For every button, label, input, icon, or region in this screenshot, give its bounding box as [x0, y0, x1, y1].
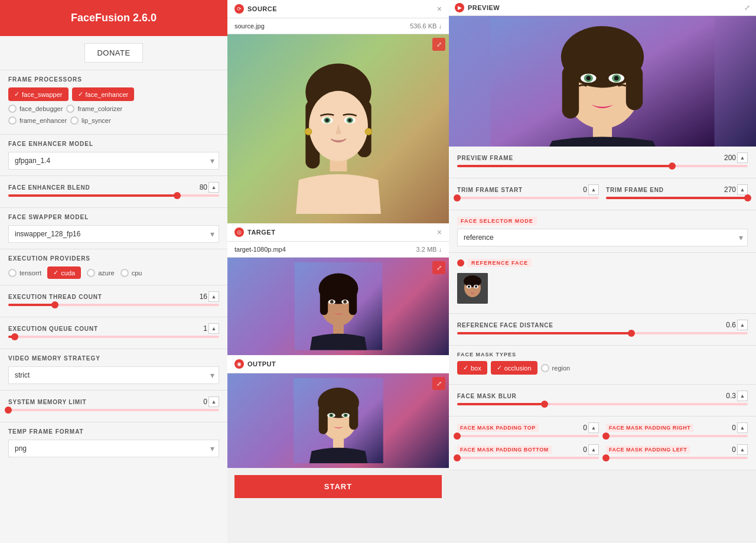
thread-count-thumb[interactable]: [51, 301, 58, 308]
svg-point-20: [330, 300, 333, 304]
padding-left-spinner: 0 ▲: [718, 444, 748, 455]
svg-point-34: [344, 414, 347, 417]
padding-top-spin-btn[interactable]: ▲: [588, 422, 599, 433]
video-memory-strategy-wrapper: strict moderate tolerant ▾: [8, 366, 219, 384]
queue-count-thumb[interactable]: [11, 333, 18, 340]
execution-providers-label: EXECUTION PROVIDERS: [8, 255, 219, 262]
trim-end-thumb[interactable]: [744, 194, 751, 201]
temp-frame-format-label: TEMP FRAME FORMAT: [8, 428, 219, 435]
blend-spinner-up[interactable]: ▲: [208, 182, 219, 193]
padding-bottom-spin-btn[interactable]: ▲: [588, 444, 599, 455]
provider-cpu[interactable]: cpu: [120, 266, 142, 279]
face-enhancer-model-select[interactable]: gfpgan_1.4 gfpgan_1.3 codeformer: [8, 152, 219, 170]
target-close-button[interactable]: ×: [437, 228, 442, 236]
chip-face-debugger[interactable]: face_debugger: [8, 105, 63, 113]
svg-rect-27: [318, 405, 327, 434]
provider-cuda-label: cuda: [61, 269, 75, 277]
preview-image-container: ▶ PREVIEW ⤢: [449, 0, 756, 147]
svg-point-8: [325, 119, 328, 122]
face-enhancer-blend-label: FACE ENHANCER BLEND: [8, 184, 90, 191]
face-enhancer-blend-thumb[interactable]: [174, 192, 181, 199]
preview-frame-thumb[interactable]: [669, 162, 676, 170]
sidebar: FaceFusion 2.6.0 DONATE FRAME PROCESSORS…: [0, 0, 227, 543]
padding-right-spin-btn[interactable]: ▲: [737, 422, 748, 433]
padding-right-label: FACE MASK PADDING RIGHT: [606, 424, 693, 432]
memory-limit-thumb[interactable]: [5, 407, 12, 414]
provider-tensorrt[interactable]: tensorrt: [8, 266, 41, 279]
temp-frame-format-select[interactable]: png jpg bmp: [8, 440, 219, 457]
target-header-left: ◎ TARGET: [234, 227, 275, 237]
output-panel: ◉ OUTPUT: [227, 355, 449, 468]
mask-region-label: region: [552, 365, 571, 372]
source-image: [227, 34, 449, 223]
blur-thumb[interactable]: [541, 401, 548, 408]
ref-distance-track: [457, 332, 748, 334]
padding-left-spin-btn[interactable]: ▲: [737, 444, 748, 455]
provider-cpu-label: cpu: [132, 269, 142, 277]
mask-type-region[interactable]: region: [541, 361, 571, 375]
face-mask-padding-section: FACE MASK PADDING TOP 0 ▲ FACE MASK PADD…: [449, 417, 756, 470]
padding-right-track: [606, 435, 748, 437]
trim-start-thumb[interactable]: [454, 194, 461, 201]
padding-bottom-thumb[interactable]: [454, 454, 461, 461]
video-memory-strategy-select[interactable]: strict moderate tolerant: [8, 366, 219, 384]
ref-distance-fill: [457, 332, 631, 334]
start-button[interactable]: START: [234, 475, 442, 498]
padding-right-thumb[interactable]: [602, 433, 610, 440]
face-enhancer-blend-spinner: 80 ▲: [190, 182, 219, 193]
chip-frame-enhancer[interactable]: frame_enhancer: [8, 116, 67, 125]
checkmark-icon: ✓: [497, 364, 502, 372]
chip-label: face_enhancer: [86, 91, 129, 98]
padding-top-thumb[interactable]: [454, 433, 461, 440]
provider-cuda[interactable]: ✓ cuda: [47, 266, 81, 279]
reference-face-thumbnail[interactable]: [457, 273, 488, 304]
trim-end-spinner: 270 ▲: [718, 184, 748, 195]
chip-frame-colorizer[interactable]: frame_colorizer: [66, 105, 122, 113]
svg-point-43: [586, 76, 591, 81]
donate-button[interactable]: DONATE: [84, 43, 142, 63]
preview-frame-spin-btn[interactable]: ▲: [737, 152, 748, 163]
face-swapper-model-select[interactable]: inswapper_128_fp16 inswapper_128: [8, 225, 219, 243]
mask-type-occlusion[interactable]: ✓ occlusion: [491, 361, 537, 375]
reference-face-svg: [457, 273, 488, 304]
source-face-svg: [250, 44, 427, 214]
frame-processors-section: FRAME PROCESSORS ✓ face_swapper ✓ face_e…: [0, 70, 227, 134]
trim-end-spin-btn[interactable]: ▲: [737, 184, 748, 195]
mask-type-box[interactable]: ✓ box: [457, 361, 487, 375]
target-title: TARGET: [247, 229, 275, 236]
output-header-left: ◉ OUTPUT: [234, 359, 276, 369]
face-enhancer-model-select-wrapper: gfpgan_1.4 gfpgan_1.3 codeformer ▾: [8, 152, 219, 170]
source-close-button[interactable]: ×: [437, 5, 442, 13]
target-icon: ◎: [234, 227, 244, 237]
ref-distance-thumb[interactable]: [628, 330, 635, 337]
padding-left-label: FACE MASK PADDING LEFT: [606, 446, 690, 454]
thread-count-spin-btn[interactable]: ▲: [208, 291, 219, 302]
padding-left-thumb[interactable]: [602, 454, 610, 461]
memory-limit-track: [8, 409, 219, 411]
queue-count-spin-btn[interactable]: ▲: [208, 323, 219, 334]
target-expand-button[interactable]: ⤢: [432, 261, 445, 274]
face-selector-mode-wrapper: reference one many ▾: [457, 229, 748, 246]
output-expand-button[interactable]: ⤢: [432, 377, 445, 390]
reference-face-distance-label: REFERENCE FACE DISTANCE: [457, 322, 553, 329]
face-selector-mode-section: FACE SELECTOR MODE reference one many ▾: [449, 210, 756, 253]
execution-queue-count-value: 1: [190, 324, 207, 333]
chip-face-swapper[interactable]: ✓ face_swapper: [8, 87, 69, 101]
blur-spin-btn[interactable]: ▲: [737, 391, 748, 401]
blur-fill: [457, 403, 545, 405]
provider-azure[interactable]: azure: [87, 266, 115, 279]
trim-start-spin-btn[interactable]: ▲: [588, 184, 599, 195]
trim-start-track: [457, 197, 599, 199]
chip-label: face_swapper: [22, 91, 63, 98]
ref-distance-spin-btn[interactable]: ▲: [737, 320, 748, 330]
source-expand-button[interactable]: ⤢: [432, 38, 445, 51]
chip-face-enhancer[interactable]: ✓ face_enhancer: [72, 87, 135, 101]
chip-lip-syncer[interactable]: lip_syncer: [70, 116, 111, 125]
preview-frame-track: [457, 165, 748, 167]
memory-limit-spin-btn[interactable]: ▲: [208, 396, 219, 407]
preview-expand-button[interactable]: ⤢: [744, 4, 750, 11]
padding-top-value: 0: [569, 424, 587, 432]
radio-cpu: [120, 269, 129, 277]
face-selector-mode-select[interactable]: reference one many: [457, 229, 748, 246]
preview-frame-fill: [457, 165, 672, 167]
